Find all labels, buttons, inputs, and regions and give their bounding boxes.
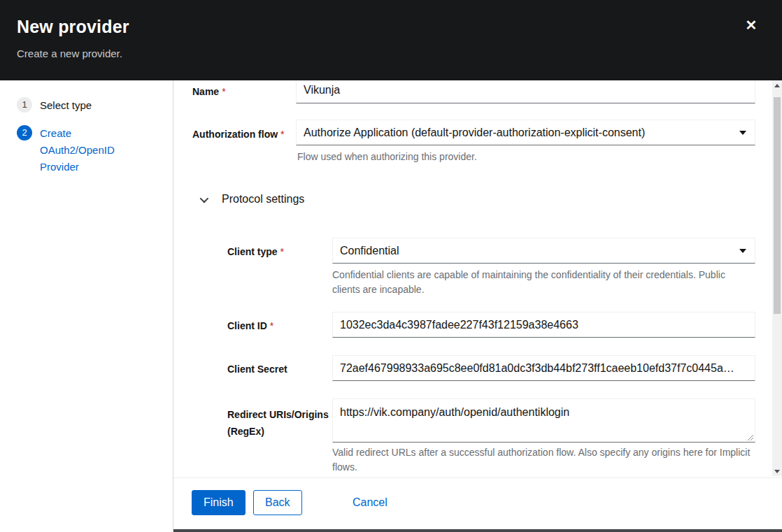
authorization-flow-select[interactable]: Authorize Application (default-provider-… [296, 120, 755, 145]
client-id-label: Client ID* [227, 319, 273, 332]
authorization-flow-label: Authorization flow* [192, 128, 285, 141]
required-asterisk: * [280, 246, 284, 257]
name-input[interactable] [296, 77, 755, 103]
back-button[interactable]: Back [253, 490, 302, 515]
modal-header: New provider Create a new provider. ✕ [0, 0, 782, 80]
protocol-settings-label: Protocol settings [222, 193, 304, 206]
step-label: Select type [40, 97, 122, 114]
redirect-uris-label: Redirect URIs/Origins (RegEx) [227, 406, 334, 440]
protocol-settings-expander[interactable]: Protocol settings [200, 189, 304, 209]
clipped-content-edge [173, 529, 782, 532]
wizard-step-select-type[interactable]: 1 Select type [17, 97, 122, 114]
required-asterisk: * [270, 320, 273, 331]
client-type-value: Confidential [340, 245, 399, 257]
step-number-badge: 1 [17, 97, 32, 113]
client-secret-input[interactable] [332, 355, 755, 381]
scroll-up-button[interactable] [772, 80, 782, 90]
step-label: Create OAuth2/OpenID Provider [40, 125, 122, 175]
chevron-down-icon [200, 194, 209, 203]
scrollbar-thumb[interactable] [774, 97, 781, 314]
name-label: Name* [192, 85, 226, 98]
required-asterisk: * [222, 86, 225, 97]
authorization-flow-help: Flow used when authorizing this provider… [297, 150, 745, 164]
client-type-select[interactable]: Confidential [332, 238, 755, 264]
authorization-flow-value: Authorize Application (default-provider-… [304, 127, 645, 139]
required-asterisk: * [280, 129, 284, 140]
modal-subtitle: Create a new provider. [17, 48, 122, 59]
modal-title: New provider [17, 17, 129, 37]
scrollbar[interactable] [772, 80, 782, 476]
step-number-badge: 2 [17, 125, 32, 141]
client-type-label: Client type* [227, 245, 284, 258]
scroll-down-icon [774, 470, 780, 473]
scroll-down-button[interactable] [772, 466, 782, 476]
redirect-uris-help: Valid redirect URLs after a successful a… [332, 445, 758, 475]
finish-button[interactable]: Finish [192, 490, 246, 515]
client-secret-label: Client Secret [227, 363, 287, 375]
scroll-up-icon [774, 84, 780, 87]
client-id-input[interactable] [332, 312, 755, 338]
redirect-uris-textarea[interactable]: https://vik.company/auth/openid/authenti… [332, 398, 755, 443]
modal-footer: Finish Back Cancel [173, 477, 782, 529]
wizard-nav: 1 Select type 2 Create OAuth2/OpenID Pro… [0, 80, 173, 532]
close-icon[interactable]: ✕ [741, 15, 761, 35]
wizard-step-create-provider[interactable]: 2 Create OAuth2/OpenID Provider [17, 125, 122, 175]
client-type-help: Confidential clients are capable of main… [332, 268, 745, 297]
caret-down-icon [739, 131, 746, 135]
cancel-button[interactable]: Cancel [341, 490, 399, 515]
caret-down-icon [739, 249, 746, 253]
new-provider-modal: Name* Authorization flow* Authorize Appl… [0, 0, 782, 532]
